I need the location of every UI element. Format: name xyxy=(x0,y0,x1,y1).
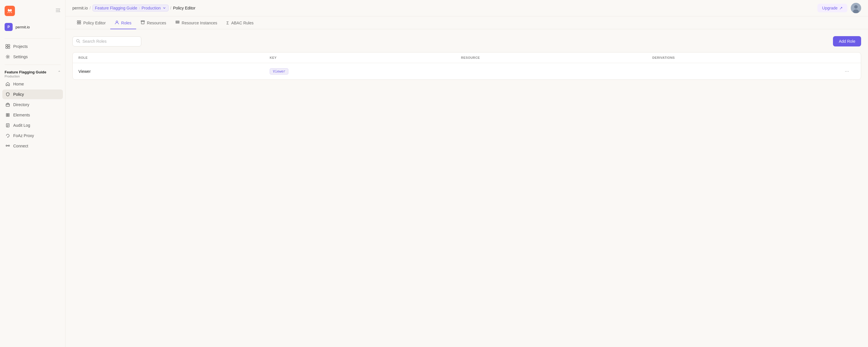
abac-rules-tab-icon: Σ xyxy=(226,21,229,25)
elements-icon xyxy=(5,112,10,117)
svg-rect-1 xyxy=(8,44,10,46)
sidebar-item-settings[interactable]: Settings xyxy=(2,52,63,62)
breadcrumb-project-env[interactable]: Feature Flagging Guide ⁝ Production xyxy=(92,5,168,11)
svg-point-11 xyxy=(7,137,8,138)
org-selector[interactable]: P permit.io xyxy=(0,21,65,36)
org-name: permit.io xyxy=(16,25,30,29)
svg-rect-5 xyxy=(6,104,9,106)
settings-label: Settings xyxy=(13,55,28,59)
sidebar: P permit.io Projects xyxy=(0,0,65,347)
connect-icon xyxy=(5,143,10,148)
breadcrumb-sep-2: / xyxy=(170,6,172,10)
search-box[interactable] xyxy=(72,36,141,46)
tab-resources[interactable]: Resources xyxy=(136,16,171,29)
tab-policy-editor-label: Policy Editor xyxy=(83,21,106,25)
sidebar-divider-1 xyxy=(5,38,61,39)
tab-resources-label: Resources xyxy=(147,21,166,25)
svg-rect-2 xyxy=(6,47,7,48)
home-icon xyxy=(5,81,10,86)
breadcrumb-chevron-icon xyxy=(162,6,166,10)
roles-table: ROLE KEY RESOURCE DERIVATIONS Viewer Vie… xyxy=(72,52,861,80)
sidebar-item-elements[interactable]: Elements xyxy=(2,110,63,120)
svg-point-8 xyxy=(6,115,8,117)
tab-roles[interactable]: Roles xyxy=(110,16,136,29)
grid-icon xyxy=(5,44,10,49)
svg-point-15 xyxy=(854,5,858,9)
project-name-text: Feature Flagging Guide xyxy=(5,70,46,74)
svg-point-7 xyxy=(8,113,9,115)
tab-policy-editor[interactable]: Policy Editor xyxy=(72,16,110,29)
proxy-icon xyxy=(5,133,10,138)
project-section: Feature Flagging Guide ⌃ Production xyxy=(0,68,65,79)
sidebar-divider-2 xyxy=(5,65,61,65)
breadcrumb-dot: ⁝ xyxy=(139,7,140,10)
row-more-button[interactable]: ··· xyxy=(844,67,850,75)
breadcrumb-current: Policy Editor xyxy=(173,6,195,10)
upgrade-arrow-icon: ↗ xyxy=(839,6,843,10)
policy-icon xyxy=(5,92,10,97)
header-actions: Upgrade ↗ xyxy=(817,3,861,13)
role-name-viewer: Viewer xyxy=(79,69,270,74)
projects-label: Projects xyxy=(13,44,28,49)
breadcrumb-env: Production xyxy=(142,6,161,10)
svg-rect-22 xyxy=(176,21,179,22)
svg-point-4 xyxy=(7,56,9,58)
sidebar-item-projects[interactable]: Projects xyxy=(2,42,63,51)
search-input[interactable] xyxy=(83,39,137,44)
resources-tab-icon xyxy=(141,20,145,25)
sidebar-item-directory[interactable]: Directory xyxy=(2,100,63,109)
directory-label: Directory xyxy=(13,102,29,107)
app-logo-icon[interactable] xyxy=(5,6,15,16)
svg-point-9 xyxy=(8,115,9,117)
home-label: Home xyxy=(13,82,24,86)
svg-point-21 xyxy=(116,21,118,23)
policy-editor-tab-icon xyxy=(77,20,81,25)
add-role-button[interactable]: Add Role xyxy=(833,36,861,46)
col-key: KEY xyxy=(270,56,461,59)
upgrade-button[interactable]: Upgrade ↗ xyxy=(817,4,847,12)
svg-rect-19 xyxy=(77,23,79,24)
content-area: Add Role ROLE KEY RESOURCE DERIVATIONS V… xyxy=(65,29,868,347)
role-key-viewer: Viewer xyxy=(270,68,461,75)
svg-rect-23 xyxy=(176,22,179,23)
gear-icon xyxy=(5,54,10,59)
sidebar-item-connect[interactable]: Connect xyxy=(2,141,63,151)
table-header: ROLE KEY RESOURCE DERIVATIONS xyxy=(73,53,861,63)
col-role: ROLE xyxy=(79,56,270,59)
elements-label: Elements xyxy=(13,113,30,117)
directory-icon xyxy=(5,102,10,107)
tab-abac-rules[interactable]: Σ ABAC Rules xyxy=(222,16,258,29)
tab-abac-rules-label: ABAC Rules xyxy=(231,21,254,25)
tab-resource-instances-label: Resource Instances xyxy=(182,21,217,25)
svg-rect-3 xyxy=(8,47,10,48)
org-avatar: P xyxy=(5,23,13,31)
row-actions[interactable]: ··· xyxy=(844,67,855,75)
svg-rect-17 xyxy=(77,21,79,22)
sidebar-collapse-button[interactable] xyxy=(56,8,61,13)
tab-resource-instances[interactable]: Resource Instances xyxy=(171,16,222,29)
resource-instances-tab-icon xyxy=(176,20,180,25)
project-env-label: Production xyxy=(5,75,61,78)
breadcrumb-root[interactable]: permit.io xyxy=(72,6,88,10)
project-name-row[interactable]: Feature Flagging Guide ⌃ xyxy=(5,70,61,74)
project-chevron-icon: ⌃ xyxy=(58,70,61,74)
svg-point-6 xyxy=(6,113,8,115)
sidebar-item-audit-log[interactable]: Audit Log xyxy=(2,120,63,130)
sidebar-item-foaz-proxy[interactable]: FoAz Proxy xyxy=(2,131,63,141)
key-badge: Viewer xyxy=(270,68,288,75)
tab-bar: Policy Editor Roles Resources xyxy=(65,16,868,29)
sidebar-item-home[interactable]: Home xyxy=(2,79,63,89)
sidebar-item-policy[interactable]: Policy xyxy=(2,90,63,99)
roles-tab-icon xyxy=(115,20,119,25)
search-icon xyxy=(76,39,80,44)
col-resource: RESOURCE xyxy=(461,56,652,59)
col-derivations: DERIVATIONS xyxy=(652,56,844,59)
svg-rect-18 xyxy=(79,21,81,22)
user-avatar[interactable] xyxy=(851,3,861,13)
svg-rect-20 xyxy=(79,23,81,24)
breadcrumb-sep-1: / xyxy=(90,6,91,10)
main-nav: Projects Settings xyxy=(0,42,65,62)
foaz-proxy-label: FoAz Proxy xyxy=(13,133,34,138)
audit-icon xyxy=(5,123,10,128)
breadcrumb-project-name: Feature Flagging Guide xyxy=(95,6,137,10)
